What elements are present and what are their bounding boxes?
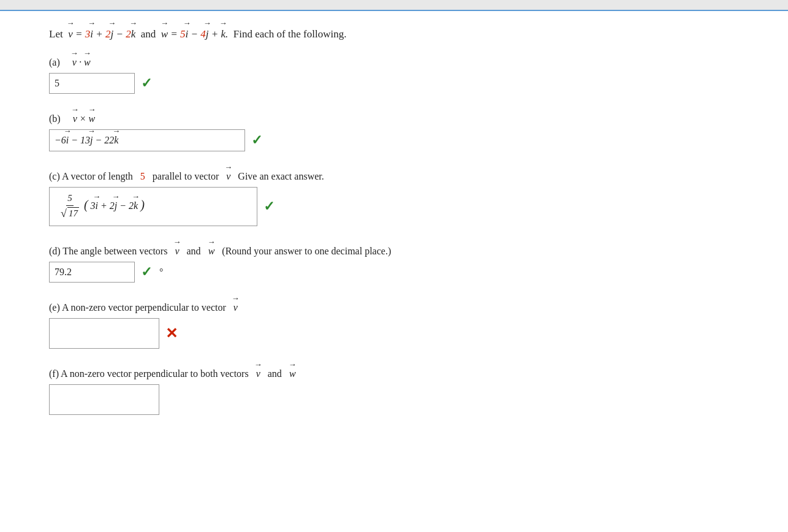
part-f-w-ref: w (289, 368, 296, 379)
part-a-answer-row: 5 ✓ (49, 73, 763, 94)
part-c-answer-box[interactable]: 5 √17 ( 3i + 2j − 2k ) (49, 187, 257, 226)
part-d-v-ref: v (175, 246, 179, 257)
part-a-answer-box[interactable]: 5 (49, 73, 135, 94)
part-b-label: (b) v × w (49, 113, 763, 124)
v-vector-def: v = 3i + 2j − 2k (68, 28, 138, 40)
part-e-v-ref: v (233, 302, 238, 313)
let-label: Let (49, 28, 66, 40)
part-c-v-ref: v (226, 171, 230, 182)
part-c-label: (c) A vector of length 5 parallel to vec… (49, 171, 763, 182)
part-b-answer-value: −6i − 13j − 22k (55, 135, 118, 146)
part-e-answer-box[interactable] (49, 318, 159, 349)
part-d-answer-value: 79.2 (55, 267, 72, 278)
part-f-v-ref: v (256, 368, 260, 379)
part-f: (f) A non-zero vector perpendicular to b… (49, 368, 763, 415)
part-c-correct-icon: ✓ (263, 199, 275, 215)
and-label: and (141, 28, 156, 40)
part-b: (b) v × w −6i − 13j − 22k ✓ (49, 113, 763, 151)
problem-statement: Let v = 3i + 2j − 2k and w = 5i − 4j + k… (49, 26, 763, 42)
w-vector-def: w = 5i − 4j + k. (161, 28, 231, 40)
main-content: Let v = 3i + 2j − 2k and w = 5i − 4j + k… (0, 11, 788, 459)
part-d-w-ref: w (208, 246, 215, 257)
part-c-length: 5 (140, 171, 145, 182)
part-e: (e) A non-zero vector perpendicular to v… (49, 302, 763, 349)
part-b-answer-row: −6i − 13j − 22k ✓ (49, 129, 763, 151)
part-c: (c) A vector of length 5 parallel to vec… (49, 171, 763, 226)
part-a-label: (a) v · w (49, 57, 763, 68)
part-e-answer-row: ✕ (49, 318, 763, 349)
part-b-answer-box[interactable]: −6i − 13j − 22k (49, 129, 245, 151)
part-c-answer-value: 5 √17 ( 3i + 2j − 2k ) (58, 192, 145, 221)
part-a-answer-value: 5 (55, 78, 59, 89)
part-e-label: (e) A non-zero vector perpendicular to v… (49, 302, 763, 313)
part-d-label: (d) The angle between vectors v and w (R… (49, 246, 763, 257)
part-e-incorrect-icon: ✕ (165, 325, 178, 342)
part-f-label: (f) A non-zero vector perpendicular to b… (49, 368, 763, 379)
part-d: (d) The angle between vectors v and w (R… (49, 246, 763, 283)
part-f-answer-box[interactable] (49, 384, 159, 415)
part-d-answer-box[interactable]: 79.2 (49, 262, 135, 283)
part-d-answer-row: 79.2 ✓ ° (49, 262, 763, 283)
top-bar (0, 0, 788, 11)
part-d-correct-icon: ✓ (141, 264, 152, 280)
part-b-question: v × w (73, 113, 96, 124)
part-a: (a) v · w 5 ✓ (49, 57, 763, 94)
part-a-correct-icon: ✓ (141, 75, 152, 91)
part-b-correct-icon: ✓ (251, 132, 262, 148)
part-f-answer-row (49, 384, 763, 415)
part-d-degree-symbol: ° (159, 267, 163, 278)
part-a-question: v · w (72, 57, 91, 68)
part-c-answer-row: 5 √17 ( 3i + 2j − 2k ) ✓ (49, 187, 763, 226)
